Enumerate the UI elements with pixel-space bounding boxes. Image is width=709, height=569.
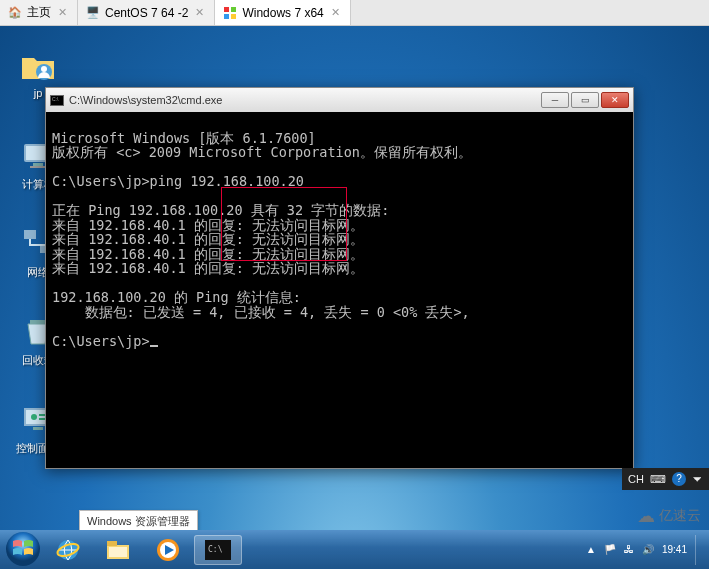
cmd-output[interactable]: Microsoft Windows [版本 6.1.7600] 版权所有 <c>… bbox=[46, 112, 633, 381]
vm-tab-bar: 🏠 主页 ✕ 🖥️ CentOS 7 64 -2 ✕ Windows 7 x64… bbox=[0, 0, 709, 26]
tab-label: 主页 bbox=[27, 4, 51, 21]
taskbar: C:\ ▲ 🏳️ 🖧 🔊 19:41 bbox=[0, 530, 709, 569]
taskbar-ie[interactable] bbox=[44, 535, 92, 565]
home-icon: 🏠 bbox=[8, 6, 22, 20]
folder-user-icon bbox=[20, 48, 56, 84]
svg-rect-23 bbox=[107, 541, 117, 546]
svg-rect-8 bbox=[33, 163, 43, 166]
svg-point-19 bbox=[6, 532, 40, 566]
taskbar-explorer[interactable] bbox=[94, 535, 142, 565]
cloud-icon: ☁ bbox=[637, 505, 655, 527]
svg-rect-10 bbox=[24, 230, 36, 239]
vm-icon: 🖥️ bbox=[86, 6, 100, 20]
tab-home[interactable]: 🏠 主页 ✕ bbox=[0, 0, 78, 25]
system-tray: ▲ 🏳️ 🖧 🔊 19:41 bbox=[580, 535, 709, 565]
close-icon[interactable]: ✕ bbox=[193, 6, 206, 19]
tray-chevron-icon[interactable]: ▲ bbox=[586, 544, 596, 555]
svg-point-16 bbox=[31, 414, 37, 420]
start-button[interactable] bbox=[3, 529, 43, 569]
chevron-down-icon[interactable]: ⏷ bbox=[692, 473, 703, 485]
tooltip: Windows 资源管理器 bbox=[79, 510, 198, 530]
language-bar[interactable]: CH ⌨ ? ⏷ bbox=[622, 468, 709, 490]
svg-rect-24 bbox=[109, 547, 127, 557]
time-text: 19:41 bbox=[662, 544, 687, 556]
lang-indicator[interactable]: CH bbox=[628, 473, 644, 485]
svg-rect-12 bbox=[30, 320, 46, 324]
taskbar-media-player[interactable] bbox=[144, 535, 192, 565]
cmd-titlebar[interactable]: C:\Windows\system32\cmd.exe ─ ▭ ✕ bbox=[46, 88, 633, 112]
close-button[interactable]: ✕ bbox=[601, 92, 629, 108]
maximize-button[interactable]: ▭ bbox=[571, 92, 599, 108]
svg-rect-0 bbox=[224, 7, 229, 12]
svg-rect-15 bbox=[33, 427, 43, 430]
svg-text:C:\: C:\ bbox=[208, 545, 223, 554]
cursor bbox=[150, 345, 158, 347]
tooltip-text: Windows 资源管理器 bbox=[87, 515, 190, 527]
clock[interactable]: 19:41 bbox=[662, 544, 687, 556]
cmd-line: 来自 192.168.40.1 的回复: 无法访问目标网。 bbox=[52, 260, 364, 276]
cmd-line: 数据包: 已发送 = 4, 已接收 = 4, 丢失 = 0 <0% 丢失>, bbox=[52, 304, 470, 320]
watermark: ☁ 亿速云 bbox=[637, 505, 701, 527]
svg-rect-9 bbox=[30, 166, 46, 168]
cmd-line: 版权所有 <c> 2009 Microsoft Corporation。保留所有… bbox=[52, 144, 472, 160]
cmd-icon bbox=[50, 95, 64, 106]
tab-windows7[interactable]: Windows 7 x64 ✕ bbox=[215, 0, 350, 25]
minimize-button[interactable]: ─ bbox=[541, 92, 569, 108]
tab-centos[interactable]: 🖥️ CentOS 7 64 -2 ✕ bbox=[78, 0, 215, 25]
ime-icon[interactable]: ⌨ bbox=[650, 473, 666, 486]
svg-rect-3 bbox=[231, 14, 236, 19]
close-icon[interactable]: ✕ bbox=[329, 6, 342, 19]
cmd-prompt: C:\Users\jp> bbox=[52, 333, 150, 349]
svg-point-5 bbox=[41, 66, 47, 72]
cmd-window[interactable]: C:\Windows\system32\cmd.exe ─ ▭ ✕ Micros… bbox=[45, 87, 634, 469]
taskbar-cmd[interactable]: C:\ bbox=[194, 535, 242, 565]
watermark-text: 亿速云 bbox=[659, 507, 701, 525]
svg-rect-2 bbox=[224, 14, 229, 19]
desktop[interactable]: jp 计算机 网络 回收站 控制面板 C:\Windows\system32\c… bbox=[0, 26, 709, 530]
help-icon[interactable]: ? bbox=[672, 472, 686, 486]
action-center-icon[interactable]: 🏳️ bbox=[604, 544, 616, 555]
cmd-title-text: C:\Windows\system32\cmd.exe bbox=[69, 94, 222, 106]
windows-icon bbox=[223, 6, 237, 20]
close-icon[interactable]: ✕ bbox=[56, 6, 69, 19]
highlight-box bbox=[221, 187, 347, 261]
volume-icon[interactable]: 🔊 bbox=[642, 544, 654, 555]
network-tray-icon[interactable]: 🖧 bbox=[624, 544, 634, 555]
show-desktop-button[interactable] bbox=[695, 535, 703, 565]
tab-label: Windows 7 x64 bbox=[242, 6, 323, 20]
tab-label: CentOS 7 64 -2 bbox=[105, 6, 188, 20]
svg-rect-1 bbox=[231, 7, 236, 12]
